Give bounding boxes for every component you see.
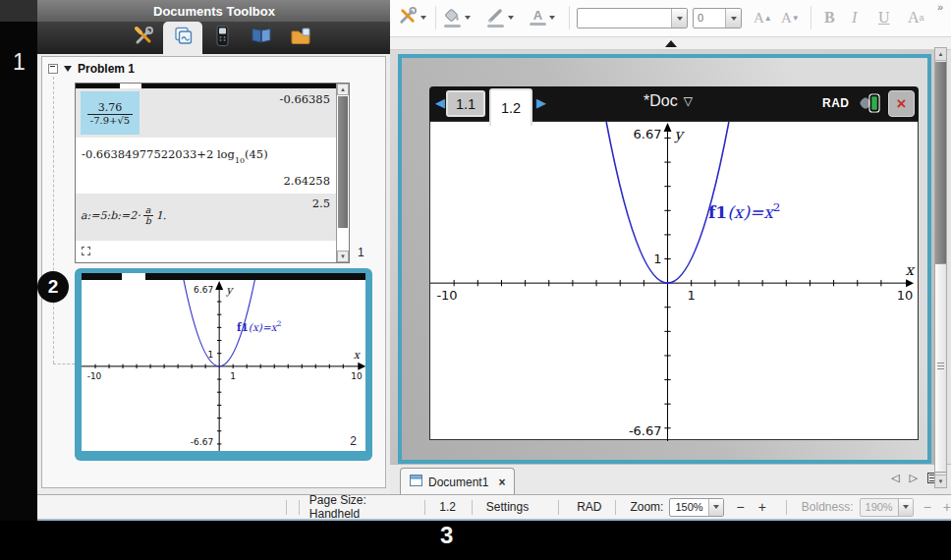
pen-icon	[486, 9, 505, 28]
superscript-button[interactable]: Aa	[908, 4, 924, 31]
svg-text:y: y	[674, 126, 686, 143]
status-separator	[286, 500, 287, 515]
callout-3: 3	[440, 522, 453, 549]
calc-entry-2-expression: -0.66384977522033+2 log10(45)	[82, 147, 268, 165]
window-right-edge	[947, 50, 951, 464]
scrollbar-track-upper[interactable]	[935, 62, 946, 263]
next-page-icon[interactable]: ▶	[536, 95, 546, 110]
problem-tree-row[interactable]: Problem 1	[48, 62, 135, 76]
handheld-titlebar: ◀ 1.1 1.2 ▶ *Doc ▽ RAD ×	[429, 86, 919, 121]
dropdown-arrow-icon	[465, 16, 471, 20]
svg-text:-6.67: -6.67	[629, 423, 662, 438]
app-window: 1 2 Documents Toolbox	[0, 0, 951, 560]
folder-icon	[291, 28, 311, 48]
page-thumbnail-1-calculator[interactable]: 3.76 -7.9+√5 -0.66385 -0.66384977522033+…	[75, 83, 350, 263]
shrink-font-label: A	[781, 10, 792, 27]
tab-document-tools[interactable]	[124, 22, 163, 54]
page-thumbnail-2-graphs-selected[interactable]: -101106.671-6.67xy f1(x)=x2 2	[75, 268, 372, 461]
boldness-plus-button: +	[943, 499, 951, 515]
font-family-value	[578, 9, 671, 28]
toolbar-overflow-chevron[interactable]: »	[937, 1, 943, 13]
page-view-selected[interactable]: ◀ 1.1 1.2 ▶ *Doc ▽ RAD ×	[398, 54, 931, 464]
italic-button[interactable]: I	[852, 4, 857, 31]
current-page-indicator[interactable]: 1.2	[439, 500, 456, 514]
document-tab[interactable]: Document1 ×	[400, 468, 515, 495]
close-document-button[interactable]: ×	[888, 90, 915, 117]
svg-text:y: y	[225, 284, 234, 297]
zoom-in-button[interactable]: +	[758, 499, 766, 515]
fill-color-button[interactable]	[443, 4, 471, 31]
combo-arrow-icon	[898, 499, 913, 516]
page-tab-1-2-label: 1.2	[501, 100, 521, 116]
font-size-value: 0	[694, 9, 725, 28]
scroll-down-icon[interactable]: ▼	[337, 251, 349, 262]
page-1-number: 1	[358, 246, 364, 259]
document-menu[interactable]: *Doc ▽	[643, 92, 693, 110]
tab-utilities-files[interactable]	[281, 22, 320, 54]
collapse-toolbar-icon[interactable]	[665, 40, 677, 47]
page-tab-1-2-active[interactable]: 1.2	[489, 88, 532, 126]
left-margin-corner	[0, 0, 37, 22]
scrollbar-thumb[interactable]	[935, 263, 946, 473]
pages-icon	[173, 26, 194, 50]
document-tools-button[interactable]	[398, 4, 426, 31]
scroll-down-icon[interactable]: ▼	[935, 475, 946, 487]
empty-input-prompt[interactable]	[82, 247, 90, 255]
calc-entry-1-result: -0.66385	[280, 92, 330, 106]
collapse-box-icon[interactable]	[48, 64, 58, 74]
grow-font-label: A	[754, 10, 764, 27]
toolbox-header: Documents Toolbox	[37, 0, 391, 22]
callout-1: 1	[13, 49, 26, 76]
thumb2-graph-screen[interactable]: -101106.671-6.67xy f1(x)=x2 2	[82, 280, 365, 451]
calc-entry-1-expression: 3.76 -7.9+√5	[81, 91, 140, 135]
status-separator	[786, 500, 787, 515]
tab-handheld[interactable]	[202, 22, 242, 54]
thumb1-scroll-thumb[interactable]	[338, 96, 348, 228]
zoom-out-button[interactable]: −	[737, 499, 745, 515]
line-color-swatch	[487, 25, 504, 28]
graph-work-area[interactable]: -101106.671-6.67xy f1(x)=x2	[429, 121, 919, 440]
page-tab-1-1[interactable]: 1.1	[446, 90, 485, 117]
bold-button[interactable]: B	[824, 4, 835, 31]
workspace-vertical-scrollbar[interactable]: ▲ ▼	[934, 47, 947, 488]
document-tab-close-icon[interactable]: ×	[498, 476, 505, 489]
combo-arrow-icon[interactable]	[725, 9, 741, 28]
dropdown-arrow-icon	[549, 16, 555, 20]
line-color-button[interactable]	[486, 4, 514, 31]
document-menu-label: *Doc	[643, 92, 678, 110]
zoom-select[interactable]: 150%	[669, 498, 723, 517]
book-icon	[251, 28, 272, 48]
text-color-icon: A	[530, 10, 546, 26]
battery-status-icon[interactable]	[859, 93, 882, 117]
scroll-up-icon[interactable]: ▲	[935, 48, 946, 61]
tab-page-sorter[interactable]	[163, 22, 202, 54]
svg-text:1: 1	[230, 371, 236, 381]
settings-link[interactable]: Settings	[486, 500, 529, 514]
toolbox-iconbar	[37, 22, 391, 54]
scroll-up-icon[interactable]: ▲	[337, 84, 349, 95]
shrink-font-button[interactable]: A▼	[781, 4, 800, 31]
formatting-toolbar: A 0 A▲ A▼ B I U Aa	[390, 0, 951, 37]
tab-nav-prev-icon[interactable]: ◁	[891, 472, 899, 484]
font-family-select[interactable]	[577, 8, 688, 28]
status-separator	[558, 500, 559, 515]
tree-expanded-arrow-icon[interactable]	[64, 66, 72, 72]
angle-mode-status[interactable]: RAD	[577, 500, 601, 514]
callout-2: 2	[37, 271, 69, 303]
problem-label: Problem 1	[78, 62, 135, 76]
combo-arrow-icon[interactable]	[671, 9, 687, 28]
scrollbar-grip	[937, 363, 944, 370]
tab-content-explorer[interactable]	[242, 22, 281, 54]
grow-font-button[interactable]: A▲	[754, 4, 772, 31]
text-color-button[interactable]: A	[530, 4, 555, 31]
bottom-margin	[0, 521, 951, 560]
tab-nav-next-icon[interactable]: ▷	[910, 472, 918, 484]
combo-arrow-icon[interactable]	[708, 499, 723, 516]
thumb2-titlebar-tab	[122, 273, 145, 280]
underline-button[interactable]: U	[878, 4, 890, 31]
font-size-select[interactable]: 0	[693, 8, 742, 28]
svg-text:x: x	[906, 261, 916, 279]
thumb1-scrollbar[interactable]: ▲ ▼	[336, 84, 349, 262]
previous-page-icon[interactable]: ◀	[435, 95, 445, 110]
handheld-icon	[216, 26, 229, 50]
